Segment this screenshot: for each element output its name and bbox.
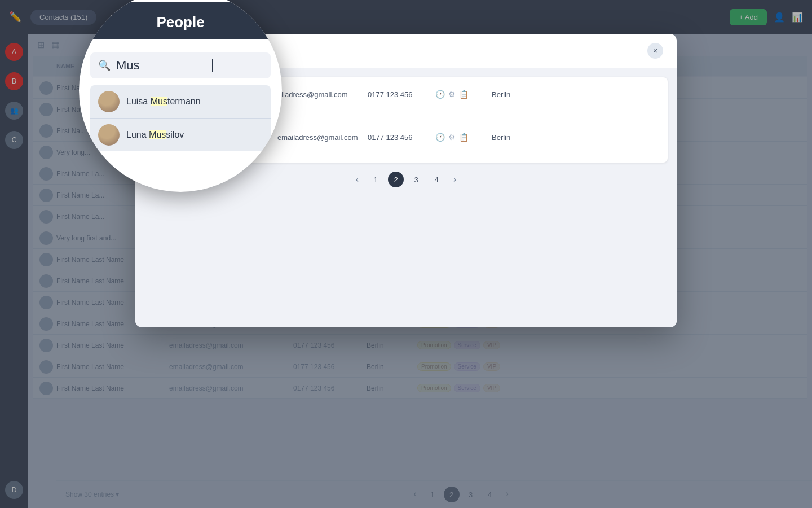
tag-vip-2: VIP	[220, 147, 237, 156]
tag-service-2: Service	[191, 147, 217, 156]
contact-icons-2: 🕐 ⚙ 📋	[435, 133, 492, 142]
modal-prev-page[interactable]: ‹	[351, 172, 363, 187]
modal-header: Missions Projects ×	[135, 34, 677, 68]
contact-tags-1: Promotion Service VIP	[153, 104, 277, 113]
modal-overlay: Missions Projects × Luisa Mustermann ail…	[0, 0, 812, 508]
avatar-2	[153, 127, 174, 147]
tag-service-1: Service	[191, 104, 217, 113]
doc-icon-2: 📋	[459, 133, 469, 142]
gear-icon-2: ⚙	[448, 133, 456, 142]
modal-page-2[interactable]: 2	[388, 172, 404, 187]
contact-phone-2: 0177 123 456	[368, 133, 435, 142]
show-entries-dropdown[interactable]: Show 20 entries ▾	[153, 179, 208, 187]
contact-cell-1: Luisa Mustermann	[153, 84, 277, 104]
modal-tab-projects[interactable]: Projects	[193, 44, 222, 58]
tag-promotion-1: Promotion	[153, 104, 187, 113]
contact-city-1: Berlin	[492, 90, 616, 99]
clock-icon-2: 🕐	[435, 133, 445, 142]
modal-pagination: Show 20 entries ▾ ‹ 1 2 3 4 ›	[144, 163, 668, 196]
modal-tab-missions[interactable]: Missions	[149, 44, 179, 58]
contact-name-2: Luisa Mustermann	[185, 133, 250, 142]
contact-name-1: Luisa Mustermann	[185, 90, 250, 99]
tag-vip-1: VIP	[220, 104, 237, 113]
gear-icon-1: ⚙	[448, 90, 456, 99]
contact-cell-2: Luisa Mustermann	[153, 127, 277, 147]
modal-body: Luisa Mustermann ailadress@gmail.com 017…	[135, 68, 677, 327]
chevron-down-icon: ▾	[204, 179, 208, 187]
modal-page-3[interactable]: 3	[408, 172, 424, 187]
contact-email-1: ailadress@gmail.com	[277, 90, 368, 99]
contact-tags-2: Promotion Service VIP	[153, 147, 277, 156]
tag-promotion-2: Promotion	[153, 147, 187, 156]
contact-email-2: emailadress@gmail.com	[277, 133, 368, 142]
modal-page-4[interactable]: 4	[429, 172, 444, 187]
modal-close-button[interactable]: ×	[647, 43, 663, 59]
modal-results-table: Luisa Mustermann ailadress@gmail.com 017…	[144, 77, 668, 163]
table-row[interactable]: Luisa Mustermann ailadress@gmail.com 017…	[144, 77, 668, 120]
avatar-1	[153, 84, 174, 104]
modal: Missions Projects × Luisa Mustermann ail…	[135, 34, 677, 327]
modal-next-page[interactable]: ›	[449, 172, 461, 187]
modal-page-1[interactable]: 1	[368, 172, 383, 187]
contact-phone-1: 0177 123 456	[368, 90, 435, 99]
contact-icons-1: 🕐 ⚙ 📋	[435, 90, 492, 99]
doc-icon-1: 📋	[459, 90, 469, 99]
table-row[interactable]: Luisa Mustermann emailadress@gmail.com 0…	[144, 120, 668, 163]
contact-city-2: Berlin	[492, 133, 616, 142]
clock-icon: 🕐	[435, 90, 445, 99]
